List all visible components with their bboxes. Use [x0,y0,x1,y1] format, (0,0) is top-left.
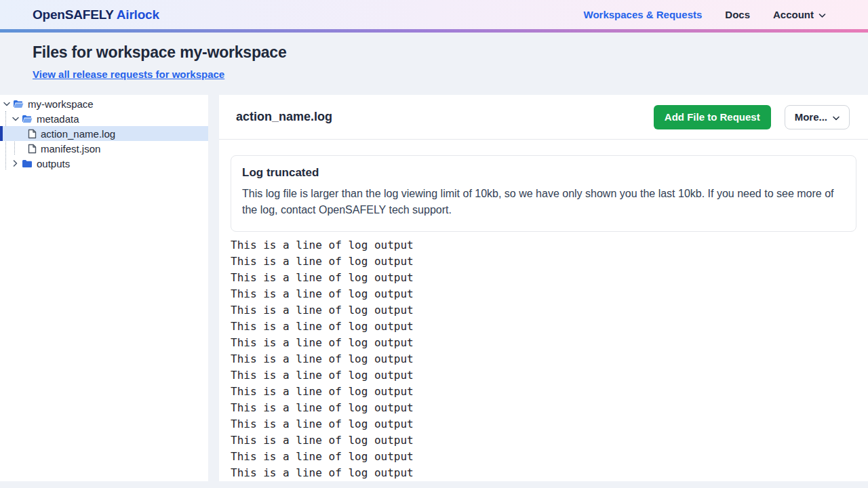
file-panel-body: Log truncated This log file is larger th… [219,140,868,481]
more-menu-button[interactable]: More... [785,105,850,129]
content: my-workspace metadata action_name.log ma… [0,95,868,481]
file-actions: Add File to Request More... [654,105,850,129]
log-line: This is a line of log output [231,400,856,416]
log-line: This is a line of log output [231,416,856,432]
tree-item-manifest-json[interactable]: manifest.json [0,141,208,156]
tree-item-label: manifest.json [41,143,100,155]
nav-link-label: Docs [725,9,750,20]
folder-closed-icon [22,159,33,168]
log-line: This is a line of log output [231,253,856,270]
tree-item-label: metadata [37,113,79,125]
file-icon [28,129,37,139]
nav-link-docs[interactable]: Docs [725,9,750,20]
notice-title: Log truncated [242,166,845,180]
log-line: This is a line of log output [231,286,856,302]
chevron-down-icon [818,9,826,20]
nav-link-account[interactable]: Account [773,9,826,20]
tree-item-label: action_name.log [41,128,115,140]
log-line: This is a line of log output [231,465,856,481]
logo-secondary: Airlock [117,7,159,22]
log-line: This is a line of log output [231,237,856,253]
chevron-down-icon [833,111,840,123]
log-line: This is a line of log output [231,351,856,367]
log-line: This is a line of log output [231,335,856,351]
log-truncated-notice: Log truncated This log file is larger th… [231,155,856,232]
log-line: This is a line of log output [231,449,856,465]
logo-primary: OpenSAFELY [33,7,113,22]
file-panel-header: action_name.log Add File to Request More… [219,95,868,140]
app-logo[interactable]: OpenSAFELY Airlock [33,7,159,22]
log-line: This is a line of log output [231,270,856,286]
navbar: OpenSAFELY Airlock Workspaces & Requests… [0,0,868,29]
more-menu-label: More... [795,111,827,123]
chevron-down-icon[interactable] [11,117,20,121]
nav-link-workspaces-requests[interactable]: Workspaces & Requests [584,9,703,20]
view-release-requests-link[interactable]: View all release requests for workspace [33,68,224,80]
page-title: Files for workspace my-workspace [33,43,835,62]
log-line: This is a line of log output [231,384,856,400]
file-tree-sidebar: my-workspace metadata action_name.log ma… [0,95,208,481]
nav-link-label: Account [773,9,814,20]
chevron-down-icon[interactable] [2,102,11,106]
tree-item-label: my-workspace [28,98,94,110]
chevron-right-icon[interactable] [11,160,20,167]
file-icon [28,144,37,154]
tree-item-outputs[interactable]: outputs [0,156,208,171]
tree-item-my-workspace[interactable]: my-workspace [0,96,208,111]
log-line: This is a line of log output [231,302,856,319]
page-header: Files for workspace my-workspace View al… [0,33,868,95]
content-gap [208,95,219,481]
file-title: action_name.log [236,110,332,124]
nav-link-label: Workspaces & Requests [584,9,703,20]
log-line: This is a line of log output [231,319,856,335]
folder-open-icon [13,100,24,108]
notice-body: This log file is larger than the log vie… [242,186,845,218]
log-line: This is a line of log output [231,432,856,449]
log-output: This is a line of log outputThis is a li… [231,237,856,481]
nav-links: Workspaces & Requests Docs Account [584,9,826,20]
tree-item-label: outputs [37,158,70,169]
tree-item-action-name-log[interactable]: action_name.log [0,126,208,141]
log-line: This is a line of log output [231,367,856,384]
tree-item-metadata[interactable]: metadata [0,111,208,126]
add-file-to-request-button[interactable]: Add File to Request [654,105,771,129]
file-panel: action_name.log Add File to Request More… [219,95,868,481]
folder-open-icon [22,115,33,123]
